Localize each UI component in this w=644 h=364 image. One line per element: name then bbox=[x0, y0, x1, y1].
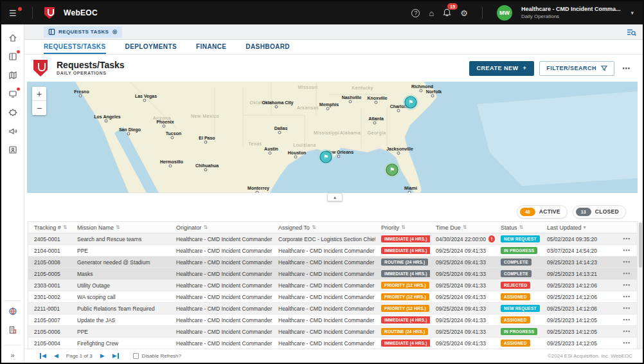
row-actions-button[interactable]: ⋯ bbox=[604, 327, 637, 336]
home-icon[interactable] bbox=[6, 31, 20, 45]
zoom-in-button[interactable]: + bbox=[32, 87, 46, 101]
row-actions-button[interactable]: ⋯ bbox=[604, 269, 637, 278]
column-header-originator[interactable]: Originator⇅ bbox=[170, 224, 273, 231]
maps-icon[interactable] bbox=[6, 68, 20, 82]
svg-text:Richmond: Richmond bbox=[411, 84, 433, 89]
close-icon[interactable]: ⊗ bbox=[112, 29, 117, 35]
create-new-button[interactable]: CREATE NEW+ bbox=[469, 61, 535, 76]
incident-map-marker[interactable]: ⚑ bbox=[318, 149, 334, 165]
chevron-down-icon[interactable]: ▾ bbox=[631, 10, 634, 16]
map-panel[interactable]: MissouriKentuckyOklahomaArkansasNew Mexi… bbox=[27, 82, 638, 193]
sidebar: » bbox=[1, 24, 24, 363]
column-header-priority[interactable]: Priority⇅ bbox=[375, 224, 430, 231]
disable-refresh-checkbox[interactable] bbox=[133, 353, 139, 359]
priority-badge: IMMEDIATE (4 HRS.) bbox=[381, 340, 430, 347]
table-row[interactable]: 2105-0004Firefighting CrewHealthcare - C… bbox=[28, 338, 637, 349]
cell-assigned-to: Corporate EOC - Logistics Section Chief bbox=[273, 236, 375, 242]
notifications-broadcast-icon[interactable] bbox=[6, 124, 20, 138]
row-actions-button[interactable]: ⋯ bbox=[604, 258, 637, 266]
more-options-button[interactable]: ⋯ bbox=[620, 64, 634, 73]
table-row[interactable]: 2105-0007Update the JASHealthcare - CMD … bbox=[28, 314, 637, 326]
map-collapse-button[interactable]: ▴ bbox=[327, 193, 343, 201]
incident-map-marker[interactable]: ⚑ bbox=[384, 162, 400, 177]
open-board-tab-label: REQUESTS TASKS bbox=[58, 29, 109, 35]
cell-priority: PRIORITY (12 HRS.) bbox=[375, 282, 430, 289]
svg-text:Knoxville: Knoxville bbox=[367, 96, 387, 100]
cell-originator: Healthcare - CMD Incident Commander bbox=[170, 248, 273, 254]
table-row[interactable]: 2104-0001PPEHealthcare - CMD Incident Co… bbox=[28, 245, 637, 257]
expand-icon[interactable]: » bbox=[10, 351, 14, 359]
cell-tracking-number: 2105-0008 bbox=[28, 259, 71, 266]
cell-originator: Healthcare - CMD Incident Commander bbox=[170, 329, 273, 335]
svg-text:Las Vegas: Las Vegas bbox=[135, 94, 157, 99]
board-list-search-icon[interactable] bbox=[627, 28, 636, 36]
row-actions-button[interactable]: ⋯ bbox=[604, 293, 637, 301]
user-context[interactable]: Healthcare - CMD Incident Comma... Daily… bbox=[521, 6, 621, 19]
previous-page-button[interactable]: ◀ bbox=[54, 353, 58, 359]
open-board-tab[interactable]: REQUESTS TASKS ⊗ bbox=[44, 26, 122, 38]
next-page-button[interactable]: ▶ bbox=[100, 353, 105, 359]
boards-icon[interactable] bbox=[6, 50, 20, 64]
first-page-button[interactable]: ◀ bbox=[40, 353, 46, 359]
help-icon[interactable]: ? bbox=[411, 9, 420, 17]
row-actions-button[interactable]: ⋯ bbox=[604, 246, 637, 255]
closed-filter-button[interactable]: 13 CLOSED bbox=[573, 205, 626, 219]
messages-icon[interactable] bbox=[6, 87, 20, 101]
tab-dashboard[interactable]: DASHBOARD bbox=[246, 40, 290, 54]
menu-icon[interactable]: ☰ bbox=[9, 8, 21, 18]
column-header-status[interactable]: Status⇅ bbox=[495, 224, 541, 231]
zoom-out-button[interactable]: − bbox=[32, 101, 46, 115]
status-badge: COMPLETE bbox=[501, 270, 532, 277]
incident-map-marker[interactable]: ⚑ bbox=[403, 95, 418, 110]
bell-icon[interactable]: 15 bbox=[443, 8, 451, 18]
menu-notification-dot bbox=[18, 7, 22, 11]
column-header-mission-name[interactable]: Mission Name⇅ bbox=[71, 224, 170, 231]
vertical-scrollbar[interactable]: ▾ bbox=[638, 221, 643, 360]
table-row[interactable]: 2105-0006PPEHealthcare - CMD Incident Co… bbox=[28, 326, 637, 338]
incidents-icon[interactable] bbox=[6, 105, 20, 120]
last-page-button[interactable]: ▶ bbox=[112, 353, 119, 359]
row-actions-button[interactable]: ⋯ bbox=[604, 235, 637, 243]
table-row[interactable]: 2405-0001Search and Rescue teamsHealthca… bbox=[28, 233, 637, 245]
cell-mission-name: PPE bbox=[71, 248, 170, 254]
cell-mission-name: WA scoping call bbox=[71, 294, 170, 300]
filter-search-button[interactable]: FILTER/SEARCH bbox=[539, 61, 614, 76]
tab-deployments[interactable]: DEPLOYMENTS bbox=[125, 40, 177, 54]
row-actions-button[interactable]: ⋯ bbox=[604, 339, 637, 347]
active-filter-button[interactable]: 48 ACTIVE bbox=[517, 205, 568, 219]
cell-assigned-to: Healthcare - CMD Incident Commander bbox=[273, 294, 375, 300]
priority-badge: IMMEDIATE (4 HRS.) bbox=[381, 247, 430, 254]
scrollbar-thumb[interactable] bbox=[639, 223, 642, 268]
table-row[interactable]: 2105-0005MasksHealthcare - CMD Incident … bbox=[28, 268, 637, 280]
row-actions-button[interactable]: ⋯ bbox=[604, 316, 637, 324]
table-row[interactable]: 2303-0001Utility OutageHealthcare - CMD … bbox=[28, 280, 637, 291]
row-actions-button[interactable]: ⋯ bbox=[604, 304, 637, 313]
tab-requests-tasks[interactable]: REQUESTS/TASKS bbox=[44, 40, 106, 54]
globe-icon[interactable] bbox=[6, 304, 20, 318]
organization-icon[interactable] bbox=[6, 323, 20, 337]
cell-assigned-to: Healthcare - CMD Incident Commander bbox=[273, 259, 375, 266]
table-row[interactable]: 2211-0001Public Relations Team RequiredH… bbox=[28, 303, 637, 314]
column-header-time-due[interactable]: Time Due⇅ bbox=[430, 224, 495, 231]
active-count-badge: 48 bbox=[520, 208, 535, 216]
column-header-assigned-to[interactable]: Assigned To⇅ bbox=[273, 224, 375, 231]
state-label: Georgia bbox=[367, 130, 386, 136]
cell-last-updated: 05/02/2024 09:35:20 bbox=[541, 236, 604, 242]
row-actions-button[interactable]: ⋯ bbox=[604, 281, 637, 289]
table-row[interactable]: 2301-0002WA scoping callHealthcare - CMD… bbox=[28, 291, 637, 303]
home-icon[interactable]: ⌂ bbox=[429, 9, 434, 17]
disable-refresh-control[interactable]: Disable Refresh? bbox=[133, 353, 181, 359]
cell-time-due: 09/25/2024 09:41:33 bbox=[430, 294, 495, 300]
sort-desc-icon: ▾ bbox=[584, 224, 586, 230]
contacts-icon[interactable] bbox=[6, 143, 20, 157]
column-header-last-updated[interactable]: Last Updated▾ bbox=[541, 224, 604, 231]
cell-tracking-number: 2301-0002 bbox=[28, 294, 71, 300]
tab-finance[interactable]: FINANCE bbox=[196, 40, 226, 54]
priority-badge: PRIORITY (12 HRS.) bbox=[381, 305, 429, 312]
top-bar: ☰ WebEOC ? ⌂ 15 ⚙ MW Healthcare - CMD In… bbox=[1, 1, 643, 24]
gear-icon[interactable]: ⚙ bbox=[460, 9, 468, 17]
table-row[interactable]: 2105-0008Generator needed @ StadiumHealt… bbox=[28, 257, 637, 268]
page-indicator: Page 1 of 3 bbox=[66, 353, 93, 359]
avatar[interactable]: MW bbox=[497, 5, 512, 21]
column-header-tracking-#[interactable]: Tracking #⇅ bbox=[28, 224, 71, 231]
